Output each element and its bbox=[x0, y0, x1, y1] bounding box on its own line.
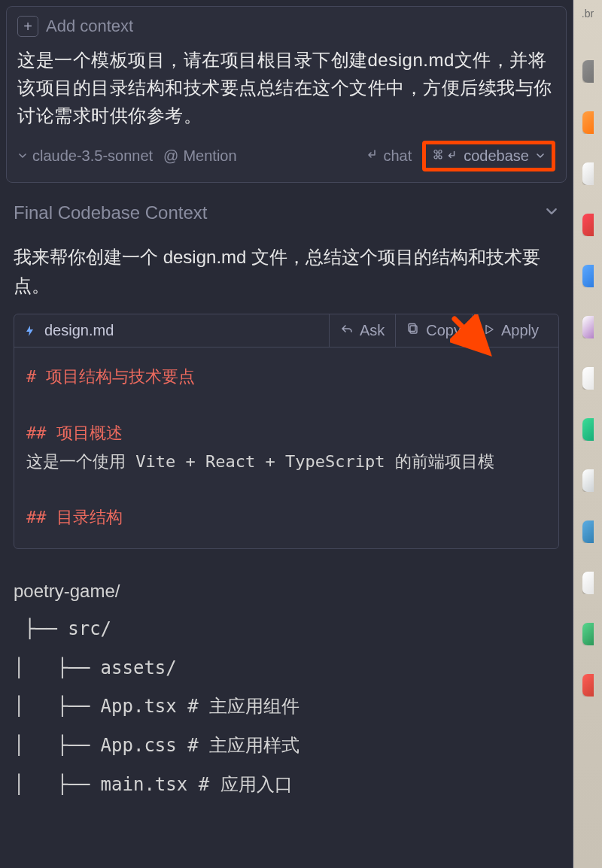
tree-line: │ ├── App.tsx # 主应用组件 bbox=[14, 687, 559, 727]
mention-button[interactable]: @ Mention bbox=[163, 147, 236, 165]
apply-label: Apply bbox=[501, 322, 539, 339]
plus-icon: + bbox=[23, 19, 32, 34]
code-line bbox=[26, 391, 546, 419]
apply-button[interactable]: Apply bbox=[472, 314, 549, 347]
chat-panel: + Add context 这是一个模板项目，请在项目根目录下创建design.… bbox=[0, 0, 573, 868]
at-icon: @ bbox=[163, 147, 178, 165]
command-icon bbox=[432, 147, 444, 165]
markdown-file-icon bbox=[23, 324, 37, 338]
code-block-actions: Ask Copy Apply bbox=[329, 314, 549, 347]
model-name: claude-3.5-sonnet bbox=[32, 147, 153, 165]
add-context-row: + Add context bbox=[17, 16, 555, 37]
app-icon-9[interactable] bbox=[582, 469, 602, 492]
code-line bbox=[26, 475, 546, 503]
directory-tree: poetry-game/ ├── src/│ ├── assets/│ ├── … bbox=[0, 549, 573, 805]
context-section-header[interactable]: Final Codebase Context bbox=[0, 183, 573, 228]
model-selector[interactable]: claude-3.5-sonnet bbox=[17, 147, 153, 165]
app-icon-13[interactable] bbox=[582, 674, 602, 697]
app-icon-11[interactable] bbox=[582, 572, 602, 594]
app-icon-10[interactable] bbox=[582, 520, 602, 543]
enter-icon bbox=[365, 147, 379, 165]
macos-dock-partial: .br bbox=[573, 0, 602, 868]
context-section-title: Final Codebase Context bbox=[14, 202, 207, 223]
code-line: # 项目结构与技术要点 bbox=[26, 363, 546, 390]
code-block-header: design.md Ask Copy bbox=[14, 314, 558, 348]
code-block: design.md Ask Copy bbox=[14, 314, 559, 548]
app-icon-4[interactable] bbox=[582, 214, 602, 236]
codebase-label: codebase bbox=[464, 147, 529, 165]
codebase-submit-option[interactable]: codebase bbox=[422, 141, 555, 171]
chevron-down-icon bbox=[17, 150, 28, 161]
tree-line: poetry-game/ bbox=[14, 572, 559, 611]
user-card-footer: claude-3.5-sonnet @ Mention chat bbox=[17, 141, 555, 171]
reply-icon bbox=[340, 322, 354, 339]
copy-button[interactable]: Copy bbox=[395, 314, 472, 347]
code-line: 这是一个使用 Vite + React + TypeScript 的前端项目模 bbox=[26, 448, 546, 475]
chevron-down-icon-2 bbox=[535, 147, 546, 165]
chat-label: chat bbox=[383, 147, 412, 165]
copy-icon bbox=[406, 322, 420, 339]
dock-partial-text: .br bbox=[582, 8, 594, 20]
ask-label: Ask bbox=[360, 322, 385, 339]
app-icon-2[interactable] bbox=[582, 111, 602, 134]
mention-label: Mention bbox=[183, 147, 236, 165]
code-block-body: # 项目结构与技术要点 ## 项目概述这是一个使用 Vite + React +… bbox=[14, 348, 558, 548]
app-icon-3[interactable] bbox=[582, 162, 602, 185]
add-context-label[interactable]: Add context bbox=[46, 17, 133, 36]
app-icon-8[interactable] bbox=[582, 418, 602, 441]
assistant-intro-text: 我来帮你创建一个 design.md 文件，总结这个项目的结构和技术要点。 bbox=[0, 228, 573, 314]
cmd-enter-icon bbox=[432, 147, 458, 165]
tree-line: │ ├── App.css # 主应用样式 bbox=[14, 727, 559, 766]
copy-label: Copy bbox=[426, 322, 461, 339]
code-line: ## 项目概述 bbox=[26, 419, 546, 447]
app-icon-12[interactable] bbox=[582, 623, 602, 645]
tree-line: │ ├── assets/ bbox=[14, 649, 559, 688]
code-block-filename: design.md bbox=[44, 322, 114, 339]
play-icon bbox=[483, 322, 495, 339]
code-line: ## 目录结构 bbox=[26, 503, 546, 531]
app-icon-7[interactable] bbox=[582, 367, 602, 390]
app-icon-6[interactable] bbox=[582, 316, 602, 338]
chat-submit-option[interactable]: chat bbox=[365, 147, 412, 165]
ask-button[interactable]: Ask bbox=[329, 314, 395, 347]
chevron-down-icon-3 bbox=[544, 204, 559, 222]
user-message-text: 这是一个模板项目，请在项目根目录下创建design.md文件，并将该项目的目录结… bbox=[17, 46, 555, 130]
app-icon-1[interactable] bbox=[582, 60, 602, 83]
user-message-card: + Add context 这是一个模板项目，请在项目根目录下创建design.… bbox=[6, 6, 567, 183]
tree-line: │ ├── main.tsx # 应用入口 bbox=[14, 766, 559, 805]
tree-line: ├── src/ bbox=[14, 610, 559, 649]
enter-icon-2 bbox=[445, 147, 458, 165]
app-icon-5[interactable] bbox=[582, 265, 602, 287]
add-context-button[interactable]: + bbox=[17, 16, 38, 37]
